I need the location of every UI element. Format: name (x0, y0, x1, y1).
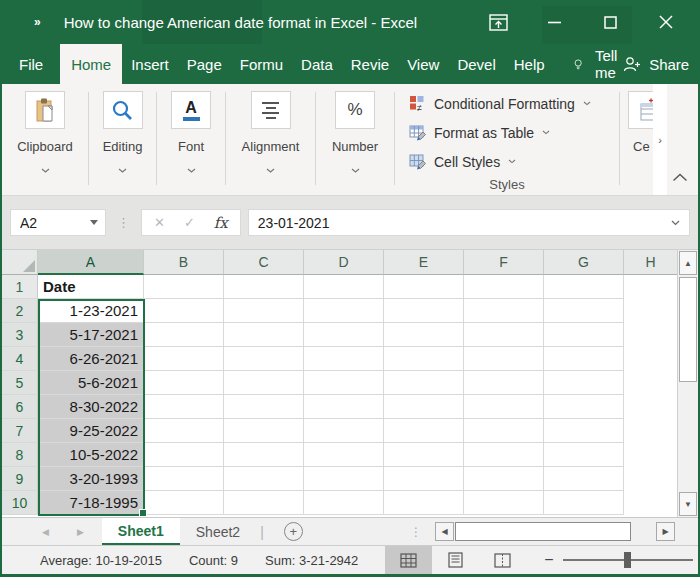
cell-E4[interactable] (384, 347, 464, 371)
drag-handle-icon[interactable]: ⋮ (410, 525, 422, 539)
column-header-B[interactable]: B (144, 250, 224, 275)
horizontal-scrollbar-thumb[interactable] (455, 522, 631, 541)
cell-D7[interactable] (304, 419, 384, 443)
new-sheet-button[interactable]: + (284, 522, 303, 541)
scroll-right-icon[interactable]: ▶ (656, 522, 675, 541)
column-header-G[interactable]: G (544, 250, 624, 275)
cell-E6[interactable] (384, 395, 464, 419)
column-header-F[interactable]: F (464, 250, 544, 275)
cell-F5[interactable] (464, 371, 544, 395)
tab-insert[interactable]: Insert (122, 44, 178, 84)
zoom-slider-thumb[interactable] (624, 552, 631, 568)
enter-icon[interactable]: ✓ (184, 215, 195, 230)
zoom-out-icon[interactable]: − (544, 551, 553, 569)
sheet-tab-sheet1[interactable]: Sheet1 (102, 518, 180, 545)
cell-D5[interactable] (304, 371, 384, 395)
cell-C3[interactable] (224, 323, 304, 347)
cell-E7[interactable] (384, 419, 464, 443)
cell-B8[interactable] (144, 443, 224, 467)
cell-G9[interactable] (544, 467, 624, 491)
cell-F8[interactable] (464, 443, 544, 467)
cell-styles-button[interactable]: Cell Styles (409, 147, 619, 176)
drag-handle-icon[interactable]: ⋮ (117, 215, 130, 230)
minimize-icon[interactable] (544, 12, 564, 32)
cell-E10[interactable] (384, 491, 464, 515)
tab-formulas[interactable]: Formu (231, 44, 292, 84)
cell-G5[interactable] (544, 371, 624, 395)
cell-A6[interactable]: 8-30-2022 (38, 395, 144, 419)
cell-D1[interactable] (304, 275, 384, 299)
cell-E5[interactable] (384, 371, 464, 395)
sheet-prev-icon[interactable]: ◀ (42, 527, 49, 537)
ribbon-group-font[interactable]: A Font (157, 84, 225, 195)
cell-A10[interactable]: 7-18-1995 (38, 491, 144, 515)
page-layout-view-button[interactable] (432, 546, 479, 574)
cell-D3[interactable] (304, 323, 384, 347)
format-as-table-button[interactable]: Format as Table (409, 118, 619, 147)
cell-F1[interactable] (464, 275, 544, 299)
ribbon-scroll-right[interactable]: › (653, 84, 667, 195)
clipboard-icon[interactable] (25, 91, 65, 129)
tab-page-layout[interactable]: Page (178, 44, 231, 84)
cell-A9[interactable]: 3-20-1993 (38, 467, 144, 491)
scroll-left-icon[interactable]: ◀ (435, 522, 454, 541)
cell-C6[interactable] (224, 395, 304, 419)
ribbon-group-clipboard[interactable]: Clipboard (2, 84, 88, 195)
cell-C2[interactable] (224, 299, 304, 323)
cancel-icon[interactable]: ✕ (154, 215, 165, 230)
cell-E2[interactable] (384, 299, 464, 323)
maximize-icon[interactable] (600, 12, 620, 32)
cell-E3[interactable] (384, 323, 464, 347)
row-header-3[interactable]: 3 (2, 323, 38, 347)
scroll-up-icon[interactable]: ▲ (679, 251, 697, 275)
cell-A8[interactable]: 10-5-2022 (38, 443, 144, 467)
cell-D9[interactable] (304, 467, 384, 491)
cell-B6[interactable] (144, 395, 224, 419)
row-header-2[interactable]: 2 (2, 299, 38, 323)
page-break-preview-button[interactable] (479, 546, 526, 574)
column-header-E[interactable]: E (384, 250, 464, 275)
tab-home[interactable]: Home (60, 44, 122, 84)
cell-G1[interactable] (544, 275, 624, 299)
vertical-scrollbar-thumb[interactable] (679, 277, 697, 382)
tab-developer[interactable]: Devel (448, 44, 504, 84)
percent-icon[interactable]: % (335, 91, 375, 129)
cell-A1[interactable]: Date (38, 275, 144, 299)
cell-A7[interactable]: 9-25-2022 (38, 419, 144, 443)
cell-C10[interactable] (224, 491, 304, 515)
cell-F6[interactable] (464, 395, 544, 419)
tab-help[interactable]: Help (505, 44, 554, 84)
cell-B2[interactable] (144, 299, 224, 323)
cell-E9[interactable] (384, 467, 464, 491)
row-header-6[interactable]: 6 (2, 395, 38, 419)
cell-G10[interactable] (544, 491, 624, 515)
cell-C4[interactable] (224, 347, 304, 371)
ribbon-group-number[interactable]: % Number (316, 84, 394, 195)
column-header-D[interactable]: D (304, 250, 384, 275)
scroll-down-icon[interactable]: ▼ (679, 492, 697, 516)
share-button[interactable]: Share (623, 44, 689, 84)
cell-B10[interactable] (144, 491, 224, 515)
insert-function-icon[interactable]: fx (214, 214, 228, 232)
cell-A2[interactable]: 1-23-2021 (38, 299, 144, 323)
row-header-10[interactable]: 10 (2, 491, 38, 515)
cell-C9[interactable] (224, 467, 304, 491)
horizontal-scrollbar-track[interactable] (631, 522, 656, 541)
tab-review[interactable]: Revie (342, 44, 398, 84)
cell-E8[interactable] (384, 443, 464, 467)
cell-C7[interactable] (224, 419, 304, 443)
cell-F9[interactable] (464, 467, 544, 491)
cell-F4[interactable] (464, 347, 544, 371)
cell-G8[interactable] (544, 443, 624, 467)
row-header-7[interactable]: 7 (2, 419, 38, 443)
column-header-C[interactable]: C (224, 250, 304, 275)
cell-B5[interactable] (144, 371, 224, 395)
cell-G4[interactable] (544, 347, 624, 371)
cell-D2[interactable] (304, 299, 384, 323)
cell-E1[interactable] (384, 275, 464, 299)
align-center-icon[interactable] (251, 91, 291, 129)
ribbon-group-cells[interactable]: Ce (620, 84, 653, 195)
row-header-9[interactable]: 9 (2, 467, 38, 491)
cell-F3[interactable] (464, 323, 544, 347)
cell-C1[interactable] (224, 275, 304, 299)
